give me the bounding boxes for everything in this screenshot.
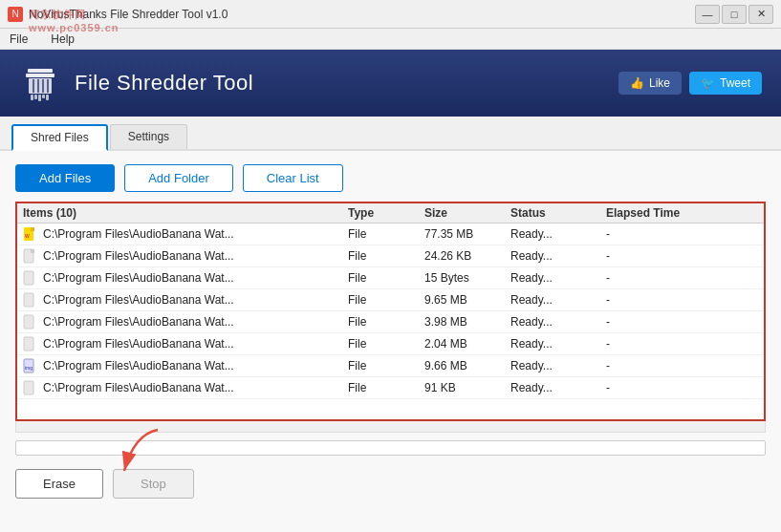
svg-rect-18 [24, 315, 33, 329]
file-icon [23, 248, 38, 264]
add-folder-button[interactable]: Add Folder [124, 164, 233, 192]
file-type: File [348, 359, 424, 372]
col-status: Status [510, 206, 606, 220]
file-type: File [348, 381, 424, 394]
file-size: 9.66 MB [424, 359, 510, 372]
svg-text:W: W [25, 233, 30, 239]
shredder-icon [19, 62, 61, 104]
tab-settings[interactable]: Settings [110, 124, 187, 149]
file-status: Ready... [510, 337, 606, 351]
file-type: File [348, 337, 424, 351]
svg-rect-7 [46, 95, 49, 100]
minimize-button[interactable]: — [695, 5, 720, 24]
tweet-button[interactable]: 🐦 Tweet [689, 72, 762, 95]
file-status: Ready... [510, 293, 606, 307]
stop-button[interactable]: Stop [113, 469, 194, 499]
tab-bar: Shred Files Settings [0, 117, 781, 151]
table-row[interactable]: C:\Program Files\AudioBanana Wat... File… [17, 377, 764, 399]
file-status: Ready... [510, 381, 606, 394]
file-size: 91 KB [424, 381, 510, 394]
file-icon: W [23, 226, 38, 242]
col-type: Type [348, 206, 424, 220]
add-files-button[interactable]: Add Files [15, 164, 115, 192]
clear-list-button[interactable]: Clear List [243, 164, 343, 192]
thumb-icon: 👍 [630, 76, 644, 90]
app-icon: N [8, 7, 23, 22]
file-size: 15 Bytes [424, 271, 510, 285]
header-buttons: 👍 Like 🐦 Tweet [618, 72, 762, 95]
svg-rect-22 [24, 381, 33, 394]
file-name: C:\Program Files\AudioBanana Wat... [43, 315, 234, 329]
file-size: 2.04 MB [424, 337, 510, 351]
svg-rect-4 [34, 95, 37, 99]
table-row[interactable]: C:\Program Files\AudioBanana Wat... File… [17, 311, 764, 333]
tab-shred-files[interactable]: Shred Files [11, 124, 108, 151]
file-elapsed: - [606, 271, 758, 285]
file-type: File [348, 271, 424, 285]
table-row[interactable]: C:\Program Files\AudioBanana Wat... File… [17, 245, 764, 267]
erase-button[interactable]: Erase [15, 469, 103, 499]
file-size: 77.35 MB [424, 227, 510, 241]
file-elapsed: - [606, 359, 758, 372]
file-icon: img [23, 358, 38, 373]
menu-file[interactable]: File [4, 31, 33, 48]
file-icon [23, 270, 38, 286]
file-elapsed: - [606, 227, 758, 241]
file-list-body[interactable]: W C:\Program Files\AudioBanana Wat... Fi… [17, 223, 764, 419]
file-status: Ready... [510, 249, 606, 263]
table-row[interactable]: C:\Program Files\AudioBanana Wat... File… [17, 289, 764, 311]
file-icon [23, 380, 38, 395]
file-elapsed: - [606, 315, 758, 329]
svg-rect-1 [26, 74, 54, 77]
file-name: C:\Program Files\AudioBanana Wat... [43, 249, 234, 263]
file-size: 24.26 KB [424, 249, 510, 263]
bottom-buttons: Erase Stop [0, 461, 781, 506]
file-elapsed: - [606, 293, 758, 307]
file-size: 9.65 MB [424, 293, 510, 307]
table-row[interactable]: C:\Program Files\AudioBanana Wat... File… [17, 267, 764, 289]
like-button[interactable]: 👍 Like [618, 72, 682, 95]
file-name: C:\Program Files\AudioBanana Wat... [43, 381, 234, 394]
file-name: C:\Program Files\AudioBanana Wat... [43, 271, 234, 285]
file-status: Ready... [510, 271, 606, 285]
file-type: File [348, 249, 424, 263]
svg-rect-13 [31, 227, 34, 231]
table-row[interactable]: img C:\Program Files\AudioBanana Wat... … [17, 355, 764, 377]
col-size: Size [424, 206, 510, 220]
svg-rect-17 [24, 293, 33, 307]
title-bar: N NoVirusThanks File Shredder Tool v1.0 … [0, 0, 781, 29]
file-icon [23, 292, 38, 308]
bird-icon: 🐦 [701, 76, 715, 90]
file-type: File [348, 227, 424, 241]
app-header: File Shredder Tool 👍 Like 🐦 Tweet [0, 50, 781, 117]
file-type: File [348, 315, 424, 329]
file-name: C:\Program Files\AudioBanana Wat... [43, 359, 234, 372]
file-elapsed: - [606, 337, 758, 351]
menu-bar: File Help [0, 29, 781, 50]
app-title: File Shredder Tool [75, 71, 253, 96]
file-elapsed: - [606, 381, 758, 394]
svg-rect-0 [28, 69, 53, 73]
file-size: 3.98 MB [424, 315, 510, 329]
svg-text:img: img [25, 365, 33, 371]
content-area: Shred Files Settings Add Files Add Folde… [0, 117, 781, 532]
progress-bar [15, 440, 766, 456]
svg-rect-19 [24, 337, 33, 351]
horizontal-scrollbar[interactable] [15, 421, 766, 433]
file-icon [23, 336, 38, 351]
table-row[interactable]: C:\Program Files\AudioBanana Wat... File… [17, 333, 764, 355]
file-elapsed: - [606, 249, 758, 263]
svg-rect-6 [42, 95, 45, 98]
action-row: Add Files Add Folder Clear List [0, 151, 781, 202]
file-list-header: Items (10) Type Size Status Elapsed Time [17, 203, 764, 223]
maximize-button[interactable]: □ [722, 5, 747, 24]
file-type: File [348, 293, 424, 307]
file-icon [23, 314, 38, 330]
close-button[interactable]: ✕ [748, 5, 773, 24]
svg-rect-5 [38, 95, 41, 101]
table-row[interactable]: W C:\Program Files\AudioBanana Wat... Fi… [17, 223, 764, 245]
file-status: Ready... [510, 315, 606, 329]
col-elapsed: Elapsed Time [606, 206, 758, 220]
file-list-container: Items (10) Type Size Status Elapsed Time… [15, 202, 766, 421]
menu-help[interactable]: Help [45, 31, 80, 48]
